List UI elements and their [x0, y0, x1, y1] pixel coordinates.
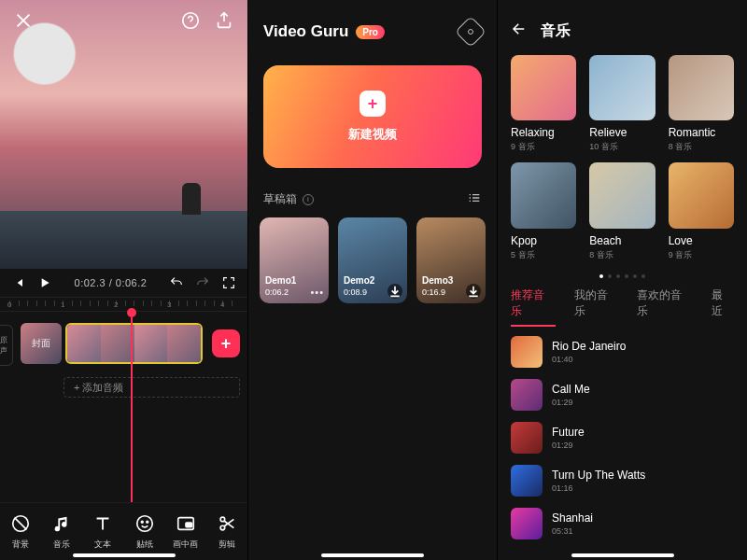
settings-icon[interactable]: [455, 16, 486, 48]
draft-item[interactable]: Demo10:06.2•••: [260, 217, 329, 303]
svg-point-8: [220, 517, 225, 522]
song-item[interactable]: Call Me01:29: [511, 379, 734, 411]
drafts-label: 草稿箱: [263, 191, 297, 207]
music-tab[interactable]: 最近: [712, 287, 734, 327]
page-dot[interactable]: [616, 274, 620, 278]
drafts-header: 草稿箱 i: [248, 168, 497, 217]
category-count: 5 音乐: [511, 249, 576, 261]
list-view-icon[interactable]: [467, 190, 482, 208]
song-thumb: [511, 422, 543, 454]
song-item[interactable]: Turn Up The Watts01:16: [511, 465, 734, 497]
home-screen: Video Guru Pro + 新建视频 草稿箱 i Demo10:06.2•…: [248, 0, 498, 560]
new-project-label: 新建视频: [348, 126, 397, 143]
help-icon[interactable]: [180, 10, 201, 31]
page-dot[interactable]: [625, 274, 628, 278]
video-clip[interactable]: [65, 323, 203, 364]
tool-music[interactable]: 音乐: [42, 513, 81, 551]
export-icon[interactable]: [214, 10, 234, 31]
redo-icon[interactable]: [195, 275, 210, 290]
undo-icon[interactable]: [169, 275, 184, 290]
song-duration: 01:29: [552, 441, 585, 450]
music-category-kpop[interactable]: Kpop5 音乐: [511, 162, 576, 260]
svg-point-2: [136, 515, 152, 531]
cover-thumb[interactable]: 封面: [21, 323, 62, 364]
draft-item[interactable]: Demo30:16.9: [416, 217, 486, 303]
song-title: Rio De Janeiro: [552, 340, 626, 353]
song-title: Future: [552, 426, 585, 439]
music-category-relieve[interactable]: Relieve10 音乐: [589, 55, 655, 153]
new-project-button[interactable]: + 新建视频: [263, 65, 482, 168]
svg-point-3: [141, 521, 143, 523]
category-count: 9 音乐: [669, 249, 734, 261]
music-category-relaxing[interactable]: Relaxing9 音乐: [511, 55, 576, 153]
more-icon[interactable]: •••: [310, 287, 324, 298]
info-icon[interactable]: i: [303, 194, 314, 205]
music-tab[interactable]: 我的音乐: [574, 287, 619, 327]
prev-frame-icon[interactable]: [11, 275, 26, 290]
category-thumb: [511, 55, 576, 120]
page-dot[interactable]: [608, 274, 612, 278]
music-title: 音乐: [541, 21, 571, 41]
category-name: Love: [669, 234, 734, 247]
tool-sticker[interactable]: 贴纸: [125, 513, 164, 551]
timeline-ruler[interactable]: 01234: [0, 297, 247, 312]
music-tab[interactable]: 推荐音乐: [511, 287, 556, 327]
close-icon[interactable]: [13, 10, 34, 31]
music-icon: [51, 513, 72, 534]
song-list: Rio De Janeiro01:40Call Me01:29Future01:…: [498, 332, 747, 539]
add-audio-track[interactable]: + 添加音频: [63, 377, 240, 398]
category-count: 9 音乐: [511, 141, 576, 153]
playhead[interactable]: [131, 312, 133, 510]
back-icon[interactable]: [511, 21, 528, 42]
download-icon[interactable]: [466, 284, 481, 299]
song-item[interactable]: Future01:29: [511, 422, 734, 454]
page-dot[interactable]: [641, 274, 645, 278]
svg-rect-6: [186, 523, 191, 527]
page-dot[interactable]: [633, 274, 637, 278]
category-count: 8 音乐: [669, 141, 734, 153]
song-thumb: [511, 336, 543, 368]
song-duration: 05:31: [552, 526, 593, 536]
download-icon[interactable]: [388, 284, 402, 299]
music-tab[interactable]: 喜欢的音乐: [637, 287, 693, 327]
song-item[interactable]: Rio De Janeiro01:40: [511, 336, 734, 368]
draft-duration: 0:16.9: [422, 287, 445, 297]
home-indicator: [73, 553, 176, 557]
draft-item[interactable]: Demo20:08.9: [338, 217, 407, 303]
song-duration: 01:16: [552, 483, 645, 493]
category-name: Relaxing: [511, 126, 576, 139]
page-dots: [498, 267, 747, 284]
category-count: 10 音乐: [589, 141, 655, 153]
music-category-romantic[interactable]: Romantic8 音乐: [669, 55, 734, 153]
add-clip-button[interactable]: +: [212, 329, 240, 357]
category-thumb: [589, 162, 655, 228]
song-duration: 01:29: [552, 398, 590, 407]
music-category-love[interactable]: Love9 音乐: [669, 162, 734, 260]
song-title: Call Me: [552, 383, 590, 396]
tool-bar: 背景音乐文本贴纸画中画剪辑: [0, 502, 247, 560]
fullscreen-icon[interactable]: [221, 275, 236, 290]
song-duration: 01:40: [552, 355, 626, 364]
category-thumb: [669, 162, 734, 228]
draft-name: Demo2: [344, 275, 374, 287]
music-category-beach[interactable]: Beach8 音乐: [589, 162, 655, 260]
tool-text[interactable]: 文本: [83, 513, 122, 551]
tool-pip[interactable]: 画中画: [166, 513, 205, 551]
song-item[interactable]: Shanhai05:31: [511, 508, 734, 539]
original-audio-tag[interactable]: 原声: [0, 325, 13, 366]
sticker-icon: [134, 513, 155, 534]
tool-bg[interactable]: 背景: [1, 513, 40, 551]
page-dot[interactable]: [599, 274, 603, 278]
tool-label: 文本: [94, 539, 111, 551]
playback-time: 0:02.3 / 0:06.2: [63, 277, 158, 288]
pro-badge: Pro: [356, 25, 385, 39]
category-thumb: [669, 55, 734, 120]
draft-name: Demo3: [422, 275, 453, 287]
drafts-row: Demo10:06.2•••Demo20:08.9Demo30:16.9: [248, 217, 497, 303]
tool-cut[interactable]: 剪辑: [207, 513, 247, 551]
editor-top-bar: [0, 0, 247, 41]
playback-row: 0:02.3 / 0:06.2: [0, 269, 247, 297]
category-thumb: [589, 55, 655, 120]
draft-duration: 0:06.2: [265, 287, 289, 297]
play-icon[interactable]: [37, 275, 52, 290]
